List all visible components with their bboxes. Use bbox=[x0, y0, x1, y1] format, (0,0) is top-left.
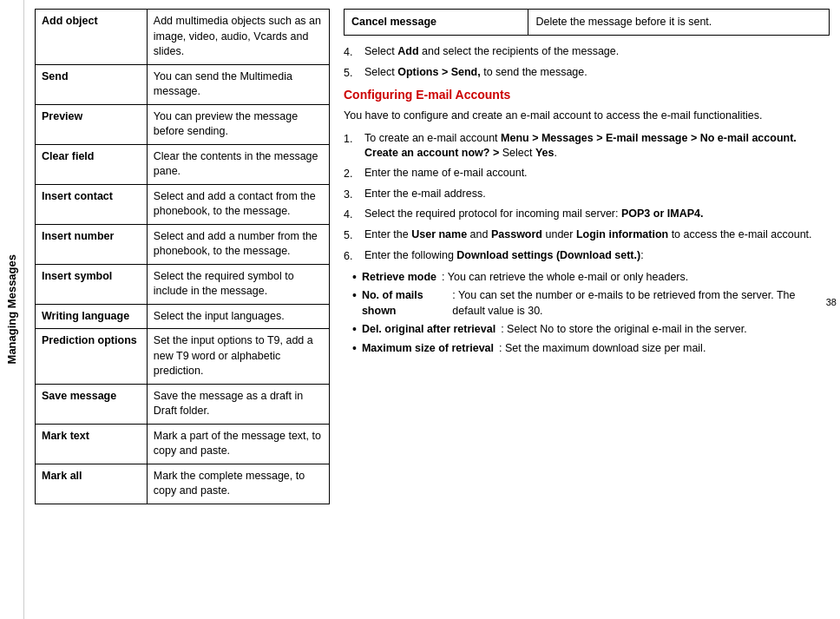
row-label-clear-field: Clear field bbox=[36, 144, 148, 184]
bullet-2: Del. original after retrieval: Select No… bbox=[352, 322, 830, 338]
row-desc-clear-field: Clear the contents in the message pane. bbox=[147, 144, 329, 184]
table-row-mark-text: Mark textMark a part of the message text… bbox=[36, 424, 330, 464]
table-row-mark-all: Mark allMark the complete message, to co… bbox=[36, 464, 330, 504]
table-row-prediction-options: Prediction optionsSet the input options … bbox=[36, 329, 330, 385]
table-row-writing-language: Writing languageSelect the input languag… bbox=[36, 304, 330, 329]
cancel-message-desc: Delete the message before it is sent. bbox=[528, 10, 830, 36]
pre-steps-list: 4.Select Add and select the recipients o… bbox=[344, 44, 830, 82]
sidebar-label: Managing Messages bbox=[0, 0, 24, 619]
bullet-0: Retrieve mode: You can retrieve the whol… bbox=[352, 270, 830, 286]
row-label-send: Send bbox=[36, 64, 148, 104]
row-desc-save-message: Save the message as a draft in Draft fol… bbox=[147, 384, 329, 424]
step-3: 4.Select the required protocol for incom… bbox=[344, 207, 830, 223]
section-title: Configuring E-mail Accounts bbox=[344, 86, 830, 104]
step-1: 2.Enter the name of e-mail account. bbox=[344, 166, 830, 182]
pre-step-1: 5.Select Options > Send, to send the mes… bbox=[344, 65, 830, 82]
row-desc-add-object: Add multimedia objects such as an image,… bbox=[147, 10, 329, 65]
table-row-insert-number: Insert numberSelect and add a number fro… bbox=[36, 224, 330, 264]
row-label-insert-number: Insert number bbox=[36, 224, 148, 264]
row-label-writing-language: Writing language bbox=[36, 304, 148, 329]
step-4: 5.Enter the User name and Password under… bbox=[344, 227, 830, 244]
step-2: 3.Enter the e-mail address. bbox=[344, 187, 830, 203]
table-row-insert-contact: Insert contactSelect and add a contact f… bbox=[36, 184, 330, 224]
row-desc-mark-text: Mark a part of the message text, to copy… bbox=[147, 424, 329, 464]
table-row-clear-field: Clear fieldClear the contents in the mes… bbox=[36, 144, 330, 184]
row-label-mark-text: Mark text bbox=[36, 424, 148, 464]
row-desc-preview: You can preview the message before sendi… bbox=[147, 104, 329, 144]
table-row-preview: PreviewYou can preview the message befor… bbox=[36, 104, 330, 144]
row-label-add-object: Add object bbox=[36, 10, 148, 65]
bullet-1: No. of mails shown: You can set the numb… bbox=[352, 288, 830, 319]
pre-step-0: 4.Select Add and select the recipients o… bbox=[344, 44, 830, 61]
row-desc-insert-symbol: Select the required symbol to include in… bbox=[147, 264, 329, 304]
left-column: Add objectAdd multimedia objects such as… bbox=[35, 9, 330, 610]
table-row-add-object: Add objectAdd multimedia objects such as… bbox=[36, 10, 330, 65]
row-desc-writing-language: Select the input languages. bbox=[147, 304, 329, 329]
row-label-mark-all: Mark all bbox=[36, 464, 148, 504]
row-label-preview: Preview bbox=[36, 104, 148, 144]
menu-table: Add objectAdd multimedia objects such as… bbox=[35, 9, 330, 504]
bullets-list: Retrieve mode: You can retrieve the whol… bbox=[344, 270, 830, 357]
row-desc-prediction-options: Set the input options to T9, add a new T… bbox=[147, 329, 329, 385]
cancel-message-table: Cancel message Delete the message before… bbox=[344, 9, 830, 36]
row-desc-send: You can send the Multimedia message. bbox=[147, 64, 329, 104]
table-row-send: SendYou can send the Multimedia message. bbox=[36, 64, 330, 104]
table-row-save-message: Save messageSave the message as a draft … bbox=[36, 384, 330, 424]
cancel-message-row: Cancel message Delete the message before… bbox=[345, 10, 830, 36]
row-desc-mark-all: Mark the complete message, to copy and p… bbox=[147, 464, 329, 504]
step-0: 1.To create an e-mail account Menu > Mes… bbox=[344, 131, 830, 161]
row-desc-insert-number: Select and add a number from the phonebo… bbox=[147, 224, 329, 264]
row-label-insert-symbol: Insert symbol bbox=[36, 264, 148, 304]
page-number: 38 bbox=[826, 297, 837, 307]
row-label-insert-contact: Insert contact bbox=[36, 184, 148, 224]
sidebar-text: Managing Messages bbox=[5, 254, 18, 364]
page-container: Managing Messages Add objectAdd multimed… bbox=[0, 0, 840, 619]
row-desc-insert-contact: Select and add a contact from the phoneb… bbox=[147, 184, 329, 224]
row-label-prediction-options: Prediction options bbox=[36, 329, 148, 385]
right-column: Cancel message Delete the message before… bbox=[344, 9, 830, 610]
content-area: Add objectAdd multimedia objects such as… bbox=[24, 0, 840, 619]
bullet-3: Maximum size of retrieval: Set the maxim… bbox=[352, 341, 830, 357]
steps-list: 1.To create an e-mail account Menu > Mes… bbox=[344, 131, 830, 265]
step-5: 6.Enter the following Download settings … bbox=[344, 248, 830, 265]
cancel-message-label: Cancel message bbox=[345, 10, 528, 36]
row-label-save-message: Save message bbox=[36, 384, 148, 424]
table-row-insert-symbol: Insert symbolSelect the required symbol … bbox=[36, 264, 330, 304]
intro-text: You have to configure and create an e-ma… bbox=[344, 109, 830, 124]
